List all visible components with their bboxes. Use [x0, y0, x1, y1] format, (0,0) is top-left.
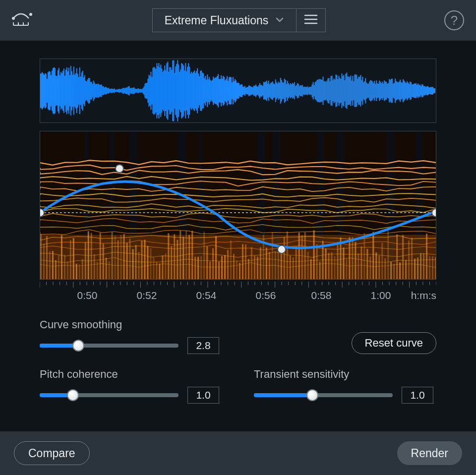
- curve-smoothing-control: Curve smoothing 2.8: [40, 318, 219, 354]
- svg-point-1: [29, 13, 32, 16]
- svg-rect-524: [355, 242, 356, 279]
- curve-handle[interactable]: [115, 164, 124, 173]
- svg-rect-543: [411, 238, 413, 279]
- time-ruler: 0:50 0:52 0:54 0:56 0:58 1:00 h:m:s: [40, 282, 436, 305]
- pitch-coherence-control: Pitch coherence 1.0: [40, 368, 219, 404]
- svg-rect-494: [266, 247, 267, 279]
- ruler-tick-label: 0:50: [77, 290, 98, 301]
- hamburger-icon: [304, 14, 318, 27]
- pitch-contour-icon: [12, 9, 34, 31]
- svg-rect-469: [191, 231, 193, 279]
- svg-rect-535: [387, 231, 389, 279]
- svg-rect-438: [100, 233, 101, 279]
- svg-rect-486: [242, 244, 243, 279]
- svg-rect-441: [109, 261, 110, 279]
- svg-rect-514: [325, 248, 327, 279]
- svg-rect-476: [212, 248, 214, 279]
- svg-rect-435: [91, 233, 92, 279]
- svg-rect-530: [372, 232, 374, 279]
- spectrogram-curve-editor[interactable]: [40, 131, 436, 280]
- compare-button[interactable]: Compare: [14, 441, 90, 465]
- preset-controls: Extreme Fluxuations: [152, 8, 326, 32]
- preset-menu-button[interactable]: [296, 8, 326, 32]
- svg-rect-525: [357, 253, 359, 279]
- svg-rect-420: [46, 236, 48, 279]
- svg-rect-523: [352, 237, 353, 279]
- svg-rect-515: [328, 253, 330, 279]
- waveform-overview[interactable]: [40, 59, 436, 123]
- svg-rect-516: [331, 252, 333, 279]
- svg-rect-491: [257, 256, 258, 279]
- svg-rect-534: [384, 258, 386, 279]
- svg-rect-427: [67, 262, 68, 279]
- svg-rect-541: [405, 260, 407, 279]
- svg-rect-507: [304, 232, 306, 279]
- svg-rect-529: [369, 257, 371, 279]
- svg-rect-429: [73, 238, 74, 279]
- svg-rect-424: [58, 255, 60, 279]
- svg-rect-479: [221, 256, 223, 279]
- svg-point-0: [12, 17, 15, 20]
- svg-rect-482: [230, 240, 232, 279]
- preset-dropdown[interactable]: Extreme Fluxuations: [152, 8, 296, 32]
- transient-sensitivity-slider[interactable]: [254, 390, 393, 400]
- svg-rect-451: [138, 252, 140, 279]
- svg-rect-447: [126, 243, 128, 279]
- svg-rect-551: [435, 257, 436, 279]
- svg-rect-488: [248, 259, 249, 279]
- ruler-tick-label: 1:00: [371, 290, 391, 301]
- svg-rect-440: [106, 258, 107, 279]
- ruler-tick-label: 0:52: [137, 290, 157, 301]
- svg-rect-545: [417, 258, 418, 279]
- svg-rect-448: [129, 238, 131, 279]
- svg-rect-508: [307, 252, 309, 279]
- pitch-coherence-slider[interactable]: [40, 390, 178, 400]
- svg-rect-431: [79, 264, 80, 279]
- svg-rect-549: [429, 256, 430, 279]
- curve-handle[interactable]: [277, 245, 286, 254]
- svg-rect-470: [194, 257, 196, 279]
- svg-rect-511: [316, 244, 318, 279]
- svg-rect-500: [284, 238, 285, 279]
- svg-rect-550: [432, 256, 433, 279]
- render-button[interactable]: Render: [397, 441, 462, 465]
- svg-rect-453: [144, 240, 145, 279]
- svg-rect-538: [396, 235, 398, 279]
- svg-rect-478: [218, 262, 220, 279]
- svg-rect-474: [206, 246, 208, 279]
- svg-rect-501: [287, 232, 288, 279]
- svg-rect-456: [153, 257, 154, 279]
- svg-rect-503: [293, 257, 294, 279]
- svg-rect-546: [420, 253, 421, 279]
- chevron-down-icon: [275, 14, 284, 27]
- svg-rect-462: [171, 246, 172, 279]
- help-icon: ?: [451, 13, 458, 28]
- svg-rect-490: [254, 256, 255, 279]
- svg-rect-528: [366, 249, 368, 279]
- advanced-controls-row: Pitch coherence 1.0 Transient sensitivit…: [40, 368, 436, 404]
- transient-sensitivity-label: Transient sensitivity: [254, 368, 433, 381]
- svg-rect-428: [70, 240, 71, 279]
- transient-sensitivity-value[interactable]: 1.0: [402, 387, 433, 404]
- curve-smoothing-value[interactable]: 2.8: [187, 337, 219, 354]
- svg-rect-533: [381, 243, 383, 279]
- help-button[interactable]: ?: [444, 10, 464, 30]
- svg-rect-499: [281, 253, 282, 279]
- svg-rect-437: [97, 262, 98, 279]
- svg-rect-502: [290, 255, 291, 279]
- svg-rect-436: [94, 254, 95, 279]
- svg-rect-433: [85, 242, 86, 279]
- svg-rect-498: [278, 252, 279, 279]
- pitch-coherence-value[interactable]: 1.0: [187, 387, 219, 404]
- svg-rect-487: [245, 244, 246, 279]
- svg-rect-513: [322, 241, 324, 279]
- app-root: Extreme Fluxuations ?: [0, 0, 476, 475]
- svg-rect-463: [174, 234, 175, 279]
- curve-smoothing-slider[interactable]: [40, 341, 178, 351]
- svg-rect-526: [360, 247, 362, 279]
- svg-rect-547: [423, 254, 424, 279]
- reset-curve-button[interactable]: Reset curve: [352, 332, 436, 354]
- svg-rect-439: [103, 244, 104, 279]
- svg-rect-442: [112, 232, 113, 279]
- svg-rect-425: [61, 235, 62, 279]
